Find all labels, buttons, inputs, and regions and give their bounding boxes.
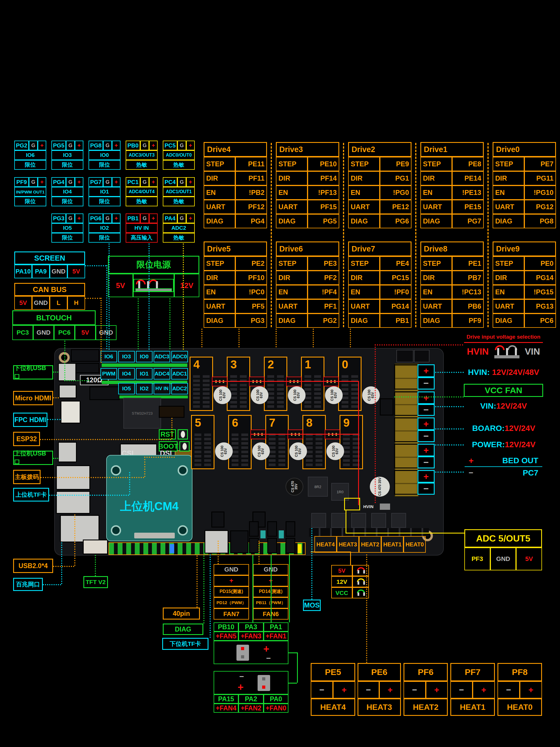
sig: DIR [204,271,235,285]
pin: PE12 [380,200,411,214]
heat-tables-link [366,555,367,663]
power-in-connector [396,350,414,362]
pin: PF5 [235,299,267,313]
screen-table: SCREEN PA10PA9GND5V [14,252,85,278]
io4-box: IO4 [118,368,135,380]
dvs-title: Drive input voltage selection [464,332,543,343]
plus-cell: + [75,213,83,223]
hdmi-link [53,397,59,398]
pin-cn: 高压输入 [126,233,158,242]
fan-plug-box: + − [214,641,288,664]
label-text: TFT V2 [86,579,106,586]
plus: + [238,681,244,693]
cm4-b2b-connector [134,533,175,538]
pin-func: IO3 [51,150,83,160]
usb-c-low-connector [58,363,76,381]
pin: !PG0 [380,185,411,200]
pin-func: IN/PWM OUT1 [14,187,46,197]
plus-cell: + [112,140,121,150]
boot-button [179,441,190,452]
terminal-plus: + [418,470,435,483]
sig: UART [492,299,524,313]
pin-func: ADC4/OUT4 [126,187,158,197]
capacitor: CS 100 63V [288,386,305,404]
pin: PE2 [235,256,267,271]
bed-out-table: +BED OUT −PC7 [464,454,543,480]
label-text: 上位机TF卡 [16,491,47,499]
cm4-hole [178,525,188,536]
plus-cell: + [75,140,83,150]
pin-func: HV IN [126,223,158,233]
plus-cell: + [186,177,195,187]
sig: STEP [492,157,524,171]
terminal-pair-frame [394,391,418,416]
pin-box-pc4: PC4G+ADC1/OUT1热敏 [163,177,195,206]
drive-title: Drive0 [492,142,556,157]
dip-link [144,457,175,458]
capacitor-470: CS 470 35V [286,478,303,495]
rst-button [178,429,188,439]
gnd-cell: G [140,177,149,187]
canbus-link [101,298,102,363]
label-text: 百兆网口 [16,581,40,588]
pin: PC15 [380,271,411,285]
teal-connector [279,531,284,538]
bed-label: BED OUT [502,456,538,465]
label-esp32: ESP32 [13,432,40,446]
pinout-diagram: PG2G+IO6限位 PG5G+IO3限位 PG8G+IO0限位 PB0G+AD… [0,0,560,747]
pin: PE15 [452,200,484,214]
pin: PG5 [308,214,339,228]
fan-bracket [288,683,297,684]
sig: UART [420,299,452,313]
sig: STEP [348,256,380,271]
sig: DIAG [420,313,452,328]
pin-cn: 限位 [51,197,83,206]
capacitor-470: CS 470 35V [370,476,390,497]
pin: PG2 [308,313,339,328]
eth-link [61,542,62,584]
drive-title: Drive8 [420,241,484,256]
label-diag: DIAG [163,623,203,635]
heat1-table: PF7−+HEAT1 [450,663,495,716]
dvs-link [375,344,463,345]
diag-link [203,556,205,623]
hvin-box: HV IN [154,383,170,394]
fan7-table: GND + PD15(测速) PD12（PWM） FAN7 [214,564,249,620]
teal-connector [261,531,266,538]
drive2-table: Drive2STEPPE9DIRPG1EN!PG0UARTPE12DIAGPG6 [348,142,411,228]
vsel-link [311,551,350,552]
sig: EN [420,285,452,299]
gnd-cell: G [140,140,149,150]
cell: PD15(测速) [214,586,249,597]
label-dip: 主板拨码 [13,470,41,484]
gnd-cell: G [66,140,75,150]
capacitor: CS 100 63V [325,386,343,404]
sig: DIAG [348,214,380,228]
sig: DIAG [276,214,308,228]
label-usb-host: 上位机USB口 [13,450,53,465]
pin: PG4 [235,214,267,228]
plus-cell: + [75,177,83,187]
sig: DIR [420,171,452,185]
pin: PB7 [452,271,484,285]
board-link [435,428,464,430]
pin-box-pg5: PG5G+IO3限位 [51,140,83,170]
pin-name: PB0 [126,140,140,150]
plus-cell: + [149,213,158,223]
hvin-link [435,372,464,373]
heat-label-row: HEAT4 HEAT3 HEAT2 HEAT1 HEAT0 [314,536,426,553]
usb-host-link [53,458,58,459]
gnd-cell: G [177,213,186,223]
plus-cell: + [112,177,121,187]
jumper-icon [493,345,521,358]
socket-7: 7 [265,415,289,469]
capacitor: CS 100 63V [214,386,231,404]
pin: PG12 [524,200,556,214]
hvin-jumper [380,504,390,510]
pin: !PG10 [524,185,556,200]
fan6-link [259,541,260,564]
mos-link [311,528,313,599]
sig: UART [420,200,452,214]
canbus-table: CAN BUS 5VGNDLH [14,283,85,310]
pin-func: IO6 [14,150,46,160]
